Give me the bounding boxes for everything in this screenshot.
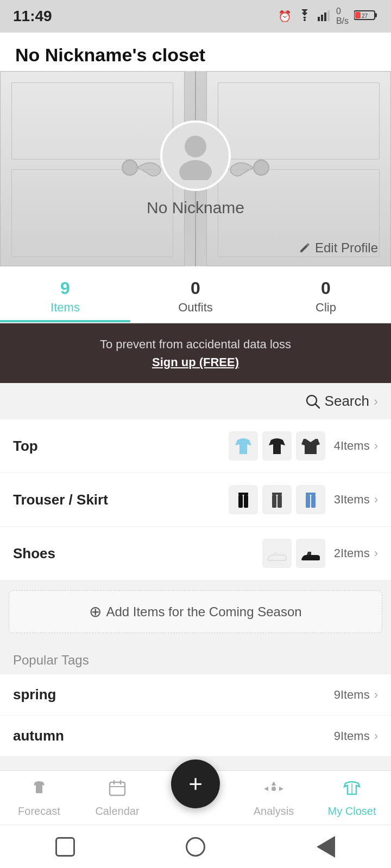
notification-banner: To prevent from accidental data loss Sig…	[0, 323, 391, 383]
svg-rect-22	[306, 495, 310, 508]
category-shoes-name: Shoes	[13, 545, 262, 562]
profile-banner: No Nickname Edit Profile	[0, 71, 391, 266]
shoes-thumb-2	[296, 539, 325, 568]
status-time: 11:49	[13, 8, 52, 25]
svg-rect-21	[306, 493, 316, 495]
spring-chevron-icon: ›	[374, 688, 378, 702]
nav-calendar[interactable]: Calendar	[78, 773, 156, 823]
alarm-icon: ⏰	[278, 10, 292, 23]
svg-rect-18	[272, 493, 282, 495]
trouser-items-label: Items	[340, 493, 370, 506]
wifi-icon	[297, 9, 312, 24]
profile-username: No Nickname	[147, 199, 244, 217]
tag-autumn-count: 9Items	[334, 729, 370, 743]
tags-list: spring 9Items › autumn 9Items ›	[0, 674, 391, 757]
nav-analysis[interactable]: Analysis	[235, 773, 313, 823]
stat-items[interactable]: 9 Items	[0, 266, 130, 322]
door-right	[206, 71, 391, 266]
fab-plus-icon: +	[188, 772, 203, 796]
nav-forecast[interactable]: Forecast	[0, 773, 78, 823]
top-thumb-2	[262, 431, 292, 461]
tag-spring[interactable]: spring 9Items ›	[0, 674, 391, 716]
edit-profile-button[interactable]: Edit Profile	[299, 240, 378, 256]
outfits-label: Outfits	[178, 301, 213, 315]
items-label: Items	[51, 301, 80, 315]
forecast-label: Forecast	[18, 805, 60, 818]
door-left	[0, 71, 185, 266]
add-season-text: Add Items for the Coming Season	[106, 604, 301, 620]
my-closet-icon	[342, 778, 362, 802]
back-icon	[317, 836, 335, 858]
search-chevron-icon: ›	[374, 394, 378, 409]
category-shoes-thumbs	[262, 539, 325, 568]
create-fab-button[interactable]: +	[171, 760, 220, 808]
tag-autumn-name: autumn	[13, 727, 334, 744]
calendar-icon	[108, 778, 127, 802]
forecast-icon	[29, 778, 49, 802]
tag-autumn[interactable]: autumn 9Items ›	[0, 716, 391, 757]
svg-point-0	[304, 19, 306, 21]
clip-count: 0	[321, 278, 331, 298]
category-top[interactable]: Top 4Items ›	[0, 419, 391, 473]
top-thumb-1	[229, 431, 258, 461]
add-season-banner[interactable]: ⊕ Add Items for the Coming Season	[9, 590, 382, 633]
clip-label: Clip	[316, 301, 336, 315]
tag-spring-count: 9Items	[334, 688, 370, 702]
top-items-label: Items	[340, 439, 370, 452]
nav-my-closet[interactable]: My Closet	[313, 773, 391, 823]
battery-icon: 27	[354, 9, 378, 24]
home-icon	[186, 837, 205, 857]
my-closet-label: My Closet	[328, 805, 376, 818]
autumn-chevron-icon: ›	[374, 729, 378, 743]
analysis-label: Analysis	[254, 805, 294, 818]
back-button[interactable]	[312, 833, 340, 861]
recent-apps-button[interactable]	[51, 833, 79, 861]
category-trouser-skirt[interactable]: Trouser / Skirt	[0, 473, 391, 527]
svg-text:27: 27	[362, 13, 368, 19]
items-count: 9	[60, 278, 70, 298]
trouser-thumb-1	[229, 485, 258, 514]
page-title: No Nickname's closet	[15, 44, 376, 66]
svg-point-10	[254, 160, 269, 175]
top-thumb-3	[296, 431, 325, 461]
category-trouser-count: 3Items	[334, 493, 370, 507]
android-nav-bar	[0, 825, 391, 868]
data-speed-icon: 0B/s	[336, 7, 349, 26]
category-top-name: Top	[13, 438, 229, 455]
svg-rect-20	[278, 495, 282, 508]
analysis-icon	[264, 778, 283, 802]
svg-rect-19	[272, 495, 276, 508]
signup-link[interactable]: Sign up (FREE)	[152, 355, 239, 369]
svg-rect-23	[311, 495, 316, 508]
svg-rect-15	[238, 493, 248, 495]
signal-icon	[318, 9, 331, 24]
svg-line-14	[316, 404, 319, 408]
svg-rect-16	[238, 495, 243, 508]
status-icons: ⏰ 0B/s 27	[278, 7, 378, 26]
svg-rect-24	[110, 782, 125, 795]
shoes-items-label: Items	[340, 546, 370, 560]
avatar	[160, 120, 231, 191]
stats-row: 9 Items 0 Outfits 0 Clip	[0, 266, 391, 323]
recent-apps-icon	[55, 837, 75, 857]
stat-clip[interactable]: 0 Clip	[261, 266, 391, 322]
svg-rect-2	[321, 15, 323, 21]
home-button[interactable]	[181, 833, 210, 861]
svg-point-9	[122, 160, 137, 175]
status-bar: 11:49 ⏰ 0B/s 27	[0, 0, 391, 33]
notification-text: To prevent from accidental data loss Sig…	[16, 335, 375, 371]
svg-rect-4	[327, 10, 330, 21]
category-shoes[interactable]: Shoes 2Items ›	[0, 527, 391, 580]
svg-point-12	[179, 160, 212, 180]
svg-rect-1	[318, 17, 320, 21]
search-button[interactable]: Search ›	[305, 393, 378, 410]
category-trouser-name: Trouser / Skirt	[13, 492, 229, 508]
shoes-chevron-icon: ›	[374, 546, 378, 560]
top-chevron-icon: ›	[374, 439, 378, 453]
search-bar-row: Search ›	[0, 383, 391, 419]
svg-point-11	[185, 136, 206, 157]
outfits-count: 0	[191, 278, 200, 298]
stat-outfits[interactable]: 0 Outfits	[130, 266, 261, 322]
trouser-chevron-icon: ›	[374, 493, 378, 507]
category-top-thumbs	[229, 431, 325, 461]
